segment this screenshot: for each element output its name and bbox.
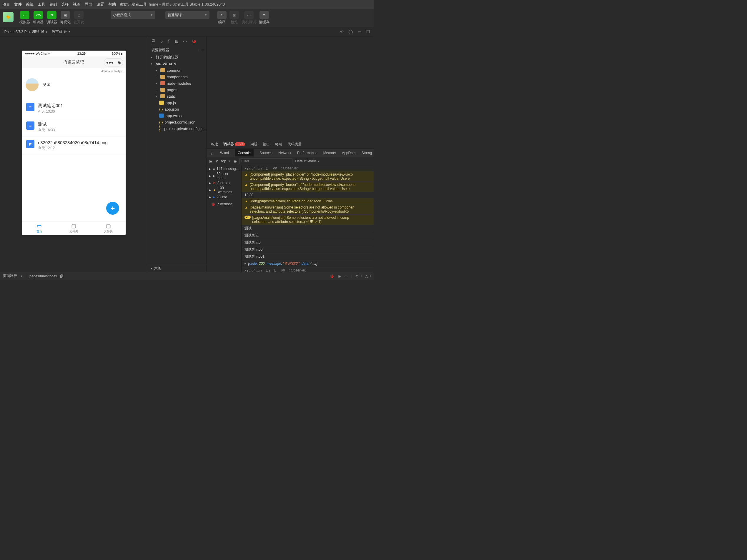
console-line[interactable]: ▸ {code: 200, message: "查询成功", data: {…}… — [241, 260, 374, 267]
bug-icon[interactable]: 🐞 — [330, 274, 334, 278]
menu-item[interactable]: 选择 — [61, 2, 69, 7]
console-messages[interactable]: ▸ (2) [{…}, {…}, __ob__: Observer] ▲[Com… — [241, 165, 374, 272]
devtab-performance[interactable]: Performance — [297, 151, 317, 155]
editor-button[interactable]: </> — [33, 11, 43, 19]
sidebar-row[interactable]: ▸⊘3 errors — [207, 180, 241, 186]
device-selector[interactable]: iPhone 6/7/8 Plus 85% 16 ▼ — [3, 30, 48, 34]
console-line[interactable]: ▸5[pages/main/wenjian] Some selectors ar… — [241, 215, 374, 225]
more-icon[interactable]: ⋯ — [344, 274, 348, 278]
layout-icon[interactable]: ▭ — [183, 39, 187, 44]
menu-item[interactable]: 设置 — [97, 2, 104, 7]
menu-item[interactable]: 文件 — [14, 2, 22, 7]
outline-header[interactable]: ▸大纲 — [148, 265, 207, 272]
note-item[interactable]: ≡ 测试今天 16:33 — [22, 118, 126, 136]
tree-section[interactable]: ▸打开的编辑器 — [148, 54, 207, 60]
menu-item[interactable]: 项目 — [2, 2, 10, 7]
tree-folder[interactable]: ▸pages — [148, 86, 207, 93]
device-icon[interactable]: ▭ — [358, 29, 362, 34]
status-path[interactable]: pages/main/index — [29, 274, 57, 278]
devtab-appdata[interactable]: AppData — [342, 151, 356, 155]
levels-selector[interactable]: Default levels ▼ — [295, 159, 320, 163]
build-button[interactable]: ↻ — [217, 11, 227, 19]
console-line[interactable]: 测试笔记 — [241, 232, 374, 239]
console-line[interactable]: ▸ (2) [{…}, {…}, __ob__: Observer] — [241, 165, 374, 171]
devtab-console[interactable]: Console — [235, 150, 254, 157]
tab-debugger[interactable]: 调试器 3, 77 — [223, 142, 245, 147]
sidebar-toggle-icon[interactable]: ▣ — [209, 159, 212, 163]
sidebar-row[interactable]: ▸●52 user mes... — [207, 172, 241, 180]
menu-item[interactable]: 微信开发者工具 — [120, 2, 147, 7]
files-icon[interactable]: 🗐 — [152, 39, 156, 44]
remote-button[interactable]: ▭ — [244, 11, 254, 19]
tab-output[interactable]: 输出 — [263, 142, 270, 147]
add-fab-button[interactable]: + — [106, 202, 119, 215]
console-line[interactable]: 测试笔记00 — [241, 246, 374, 253]
devtab-sources[interactable]: Sources — [259, 151, 273, 155]
user-avatar[interactable]: 🐤 — [3, 12, 14, 22]
context-selector[interactable]: top ▼ — [221, 159, 231, 163]
git-icon[interactable]: ᛘ — [168, 39, 170, 44]
devtab-wxml[interactable]: Wxml — [220, 151, 229, 155]
eye-icon[interactable]: ◉ — [338, 274, 341, 278]
tree-folder[interactable]: ▸common — [148, 67, 207, 74]
debugger-button[interactable]: ≋ — [47, 11, 56, 19]
tab-home[interactable]: ▭首页 — [22, 221, 56, 235]
bug-icon[interactable]: 🐞 — [191, 39, 197, 44]
filter-input[interactable] — [239, 158, 292, 164]
sidebar-row[interactable]: ▸▲109 warnings — [207, 186, 241, 193]
tree-folder[interactable]: ▸static — [148, 93, 207, 100]
extensions-icon[interactable]: ▦ — [175, 39, 178, 44]
tab-folder[interactable]: ▢文件夹 — [56, 221, 91, 235]
tab-build[interactable]: 构建 — [211, 142, 218, 147]
tree-file[interactable]: { }app.json — [148, 106, 207, 112]
refresh-icon[interactable]: ⟲ — [340, 29, 344, 34]
note-item[interactable]: ≡ 测试笔记001今天 13:30 — [22, 100, 126, 118]
tree-section[interactable]: ▾MP-WEIXIN — [148, 60, 207, 67]
warning-count[interactable]: △ 0 — [365, 274, 371, 278]
sidebar-row[interactable]: 🐞7 verbose — [207, 201, 241, 208]
eye-icon[interactable]: ◉ — [234, 159, 236, 163]
note-item[interactable]: ◩ e32022a5803234020a08c7414.png今天 12:12 — [22, 136, 126, 154]
cache-button[interactable]: ≡ — [259, 11, 269, 19]
hot-reload-toggle[interactable]: 热重载 开 ▼ — [52, 29, 71, 34]
tab-problems[interactable]: 问题 — [250, 142, 257, 147]
menu-item[interactable]: 转到 — [49, 2, 57, 7]
menu-item[interactable]: 帮助 — [108, 2, 116, 7]
user-row[interactable]: 测试 — [22, 74, 126, 95]
tab-folder2[interactable]: ▢文件夹 — [91, 221, 126, 235]
menu-item[interactable]: 工具 — [38, 2, 45, 7]
console-line[interactable]: ▲[pages/main/wenjian] Some selectors are… — [241, 205, 374, 215]
devtab-storage[interactable]: Storag — [362, 151, 372, 155]
tree-file[interactable]: { }project.config.json — [148, 119, 207, 125]
menu-item[interactable]: 编辑 — [26, 2, 33, 7]
tree-folder[interactable]: ▸node-modules — [148, 80, 207, 86]
console-line[interactable]: ▸ (3) [{…}, {…}, {…}, __ob__: Observer] — [241, 267, 374, 272]
clear-icon[interactable]: ⊘ — [215, 159, 218, 163]
console-line[interactable]: 测试笔记001 — [241, 253, 374, 260]
console-line[interactable]: 测试 — [241, 225, 374, 232]
window-icon[interactable]: ❐ — [366, 29, 370, 34]
compile-dropdown[interactable]: 普通编译▼ — [165, 11, 209, 19]
inspect-icon[interactable]: ⬚ — [211, 151, 214, 155]
more-icon[interactable]: ⋯ — [200, 48, 203, 52]
sidebar-row[interactable]: ▸≡147 messag... — [207, 165, 241, 172]
console-line[interactable]: 13:30 — [241, 192, 374, 198]
devtab-network[interactable]: Network — [278, 151, 291, 155]
console-line[interactable]: ▲[Component] property "border" of "node-… — [241, 182, 374, 192]
phone-body[interactable]: 测试 ≡ 测试笔记001今天 13:30 ≡ 测试今天 16:33 ◩ e320… — [22, 74, 126, 221]
tab-quality[interactable]: 代码质量 — [287, 142, 302, 147]
devtab-memory[interactable]: Memory — [323, 151, 336, 155]
copy-icon[interactable]: 🗐 — [60, 274, 63, 278]
tree-folder[interactable]: ▸components — [148, 74, 207, 80]
console-line[interactable]: 测试笔记0 — [241, 239, 374, 246]
console-line[interactable]: ▲[Component] property "placeholder" of "… — [241, 171, 374, 182]
preview-button[interactable]: ◉ — [230, 11, 239, 19]
stop-icon[interactable]: ◯ — [349, 29, 353, 34]
console-line[interactable]: ▲[Perf][pages/main/wenjian] Page.onLoad … — [241, 198, 374, 205]
menu-item[interactable]: 界面 — [85, 2, 93, 7]
cloud-button[interactable]: ⊙ — [74, 11, 83, 19]
search-icon[interactable]: ⌕ — [160, 39, 163, 44]
tree-file[interactable]: app.wxss — [148, 112, 207, 119]
simulator-button[interactable]: ▭ — [20, 11, 29, 19]
menu-item[interactable]: 视图 — [73, 2, 81, 7]
